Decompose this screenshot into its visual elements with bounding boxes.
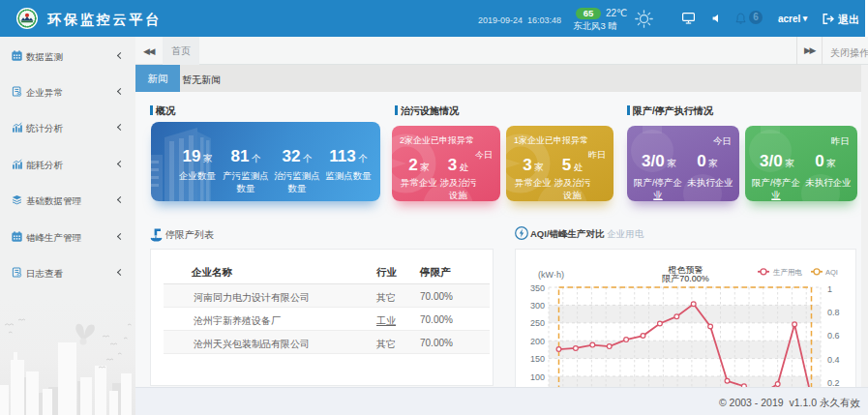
svg-text:250: 250 (530, 318, 545, 328)
svg-text:0.4: 0.4 (827, 355, 840, 365)
svg-text:AQI: AQI (825, 268, 838, 277)
svg-text:(kW·h): (kW·h) (538, 270, 564, 280)
svg-text:0.6: 0.6 (827, 331, 840, 341)
svg-text:350: 350 (530, 283, 545, 293)
svg-text:150: 150 (530, 354, 545, 364)
svg-text:1: 1 (827, 284, 832, 294)
svg-text:0.2: 0.2 (827, 378, 840, 387)
svg-text:生产用电: 生产用电 (772, 268, 803, 277)
svg-text:200: 200 (530, 337, 545, 346)
svg-text:100: 100 (530, 372, 545, 382)
svg-text:0.8: 0.8 (827, 308, 840, 317)
svg-text:300: 300 (530, 301, 545, 311)
svg-text:限产70.00%: 限产70.00% (662, 274, 709, 283)
